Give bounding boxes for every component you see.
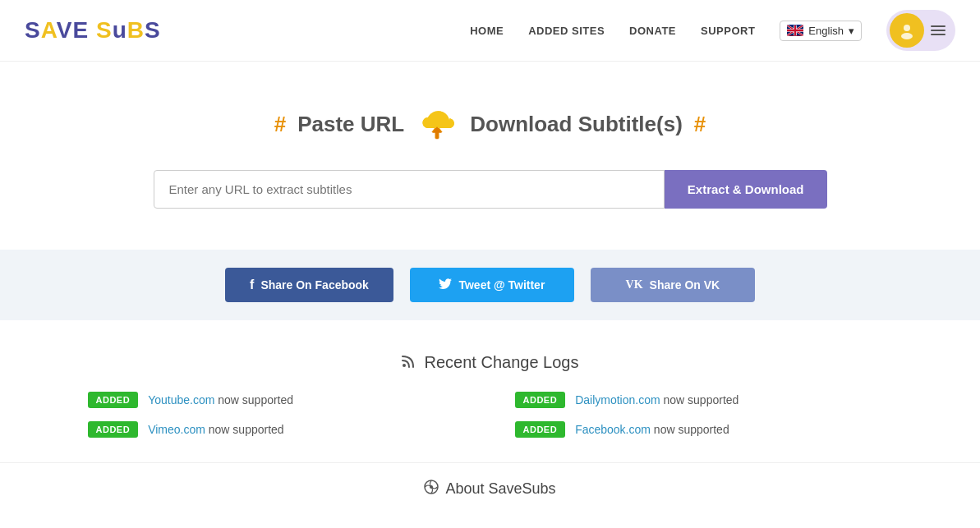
url-input[interactable] (154, 170, 665, 209)
nav-home[interactable]: HOME (470, 25, 504, 37)
changelogs-title: Recent Change Logs (88, 353, 893, 372)
share-bar: f Share On Facebook Tweet @ Twitter VK S… (0, 250, 980, 320)
vk-icon: VK (626, 278, 643, 292)
facebook-share-label: Share On Facebook (260, 278, 368, 292)
added-badge: ADDED (88, 392, 139, 408)
main-nav: HOME ADDED SITES DONATE SUPPORT English … (470, 10, 955, 51)
about-title: About SaveSubs (0, 480, 980, 498)
hero-section: # Paste URL Download Subtitle(s) # Extra… (0, 62, 980, 241)
svg-point-2 (901, 33, 913, 39)
changelogs-title-text: Recent Change Logs (425, 353, 579, 372)
changelogs-section: Recent Change Logs ADDED Youtube.com now… (39, 320, 942, 462)
hero-paste-url: Paste URL (297, 112, 404, 137)
logo[interactable]: SAVE SuBS (25, 17, 161, 44)
added-badge: ADDED (515, 392, 566, 408)
about-section: About SaveSubs (0, 462, 980, 523)
changelog-item: ADDED Facebook.com now supported (515, 421, 893, 438)
vk-share-label: Share On VK (650, 278, 720, 292)
avatar (890, 13, 924, 48)
rss-icon (402, 353, 416, 372)
changelog-text: Youtube.com now supported (148, 393, 293, 406)
changelog-text: Facebook.com now supported (575, 423, 729, 436)
site-link[interactable]: Youtube.com (148, 393, 214, 406)
svg-point-1 (904, 25, 910, 31)
language-flag (787, 25, 803, 36)
changelog-text: Dailymotion.com now supported (575, 393, 738, 406)
url-search-bar: Extract & Download (154, 170, 827, 209)
added-badge: ADDED (515, 421, 566, 438)
user-menu-button[interactable] (886, 10, 955, 51)
facebook-share-button[interactable]: f Share On Facebook (225, 268, 393, 302)
nav-support[interactable]: SUPPORT (701, 25, 755, 37)
site-link[interactable]: Facebook.com (575, 423, 651, 436)
changelog-item: ADDED Dailymotion.com now supported (515, 392, 893, 408)
header: SAVE SuBS HOME ADDED SITES DONATE SUPPOR… (0, 0, 980, 62)
twitter-icon (439, 278, 452, 292)
hash-left: # (274, 112, 286, 137)
added-badge: ADDED (88, 421, 139, 438)
changelog-item: ADDED Youtube.com now supported (88, 392, 466, 408)
twitter-share-button[interactable]: Tweet @ Twitter (410, 268, 574, 302)
svg-point-3 (403, 364, 406, 367)
site-link[interactable]: Vimeo.com (148, 423, 205, 436)
nav-added-sites[interactable]: ADDED SITES (528, 25, 605, 37)
nav-donate[interactable]: DONATE (629, 25, 676, 37)
hero-download-subtitles: Download Subtitle(s) (470, 112, 683, 137)
chevron-down-icon: ▾ (849, 25, 854, 37)
changelog-text: Vimeo.com now supported (148, 423, 284, 436)
changelog-item: ADDED Vimeo.com now supported (88, 421, 466, 438)
site-link[interactable]: Dailymotion.com (575, 393, 660, 406)
hamburger-icon (931, 25, 945, 35)
wordpress-icon (424, 480, 439, 498)
vk-share-button[interactable]: VK Share On VK (591, 268, 755, 302)
facebook-icon: f (250, 278, 254, 292)
changelog-grid: ADDED Youtube.com now supported ADDED Da… (88, 392, 893, 438)
hash-right: # (694, 112, 706, 137)
language-selector[interactable]: English ▾ (780, 21, 862, 41)
hero-title: # Paste URL Download Subtitle(s) # (16, 103, 964, 145)
cloud-download-icon (416, 103, 458, 145)
language-label: English (808, 25, 844, 37)
about-title-text: About SaveSubs (445, 480, 555, 498)
extract-download-button[interactable]: Extract & Download (665, 170, 827, 209)
twitter-share-label: Tweet @ Twitter (458, 278, 545, 292)
